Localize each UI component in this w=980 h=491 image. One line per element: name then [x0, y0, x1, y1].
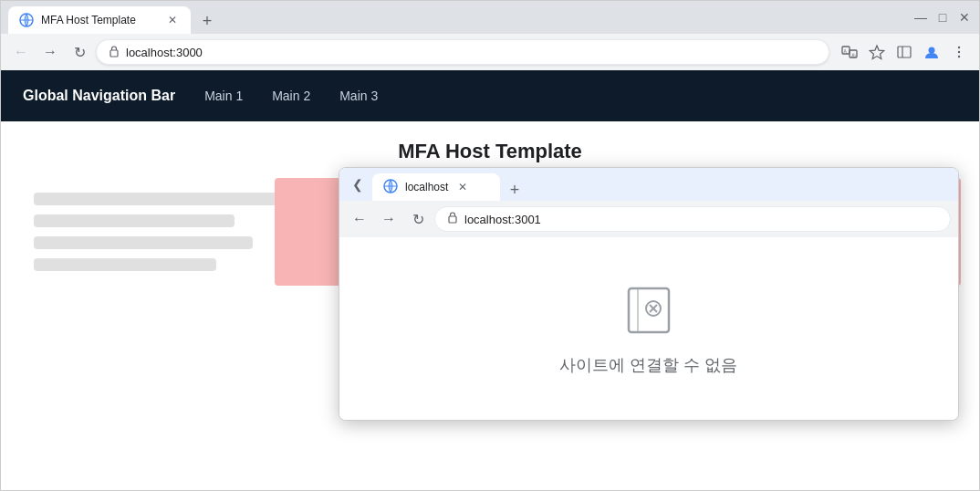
nav-link-main2[interactable]: Main 2 — [272, 89, 310, 103]
main-content: MFA Host Template This is from host — [1, 121, 979, 490]
close-button[interactable]: ✕ — [957, 10, 972, 25]
menu-icon[interactable] — [946, 39, 972, 65]
tab-list: MFA Host Template ✕ + — [8, 1, 910, 34]
skeleton-line-2 — [34, 214, 235, 227]
address-bar-row: ← → ↻ localhost:3000 Aあ — [1, 34, 979, 70]
svg-text:あ: あ — [851, 52, 856, 57]
second-forward-button[interactable]: → — [376, 206, 401, 232]
second-tab-favicon — [383, 179, 398, 196]
skeleton-line-4 — [34, 258, 216, 271]
second-lock-icon — [446, 211, 459, 227]
second-title-bar: ❮ localhost ✕ + — [339, 168, 958, 201]
minimize-button[interactable]: — — [913, 10, 928, 25]
toolbar-icons: Aあ — [837, 39, 972, 65]
star-icon[interactable] — [864, 39, 890, 65]
app-nav-bar: Global Navigation Bar Main 1 Main 2 Main… — [1, 70, 979, 121]
svg-point-12 — [958, 47, 960, 48]
second-page-content: 사이트에 연결할 수 없음 — [339, 237, 958, 420]
svg-point-14 — [958, 56, 960, 57]
svg-point-11 — [929, 47, 935, 54]
second-back-button[interactable]: ← — [347, 206, 372, 232]
tab-favicon — [19, 13, 34, 27]
second-new-tab-button[interactable]: + — [504, 179, 526, 201]
browser-window: MFA Host Template ✕ + — □ ✕ ← → ↻ localh… — [0, 0, 980, 491]
maximize-button[interactable]: □ — [935, 10, 950, 25]
error-icon — [620, 281, 678, 340]
tab-close-button[interactable]: ✕ — [165, 13, 180, 27]
reload-button[interactable]: ↻ — [67, 39, 92, 65]
skeleton-panel — [19, 178, 275, 286]
address-bar[interactable]: localhost:3000 — [96, 39, 829, 65]
svg-rect-18 — [449, 216, 456, 223]
svg-marker-8 — [870, 46, 883, 59]
forward-button[interactable]: → — [37, 39, 63, 65]
tab-list-chevron[interactable]: ❮ — [347, 172, 369, 197]
skeleton-line-1 — [34, 193, 289, 205]
error-text: 사이트에 연결할 수 없음 — [559, 354, 737, 376]
url-text: localhost:3000 — [126, 46, 818, 59]
second-reload-button[interactable]: ↻ — [405, 206, 431, 232]
window-controls: — □ ✕ — [913, 10, 972, 25]
svg-point-13 — [958, 51, 960, 53]
second-tab-list: localhost ✕ + — [372, 168, 951, 201]
second-active-tab[interactable]: localhost ✕ — [372, 173, 500, 201]
active-tab[interactable]: MFA Host Template ✕ — [8, 6, 191, 34]
sidebar-icon[interactable] — [891, 39, 917, 65]
skeleton-line-3 — [34, 236, 253, 249]
svg-rect-3 — [110, 50, 118, 57]
nav-link-main1[interactable]: Main 1 — [204, 89, 243, 103]
lock-icon — [108, 45, 120, 60]
svg-rect-9 — [898, 47, 911, 57]
back-button[interactable]: ← — [8, 39, 34, 65]
title-bar: MFA Host Template ✕ + — □ ✕ — [1, 1, 979, 34]
profile-icon[interactable] — [919, 39, 944, 65]
page-content: Global Navigation Bar Main 1 Main 2 Main… — [1, 70, 979, 490]
second-address-bar-row: ← → ↻ localhost:3001 — [339, 201, 958, 237]
svg-rect-19 — [629, 288, 669, 332]
second-tab-close[interactable]: ✕ — [455, 180, 470, 194]
translate-icon[interactable]: Aあ — [837, 39, 862, 65]
second-url-text: localhost:3001 — [464, 213, 939, 226]
nav-link-main3[interactable]: Main 3 — [339, 89, 378, 103]
svg-text:A: A — [844, 48, 848, 54]
new-tab-button[interactable]: + — [194, 8, 220, 34]
page-title: MFA Host Template — [398, 140, 582, 163]
nav-brand: Global Navigation Bar — [23, 88, 175, 104]
tab-title: MFA Host Template — [41, 14, 158, 26]
second-browser-window: ❮ localhost ✕ + ← — [339, 167, 959, 421]
second-address-bar[interactable]: localhost:3001 — [434, 206, 951, 232]
second-tab-title: localhost — [405, 181, 448, 193]
